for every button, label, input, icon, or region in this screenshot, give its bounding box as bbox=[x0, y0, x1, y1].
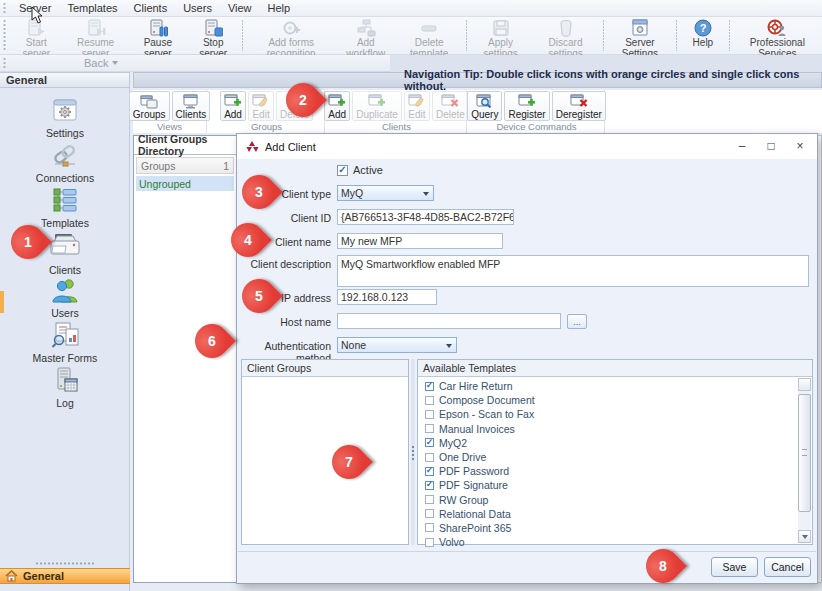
template-item[interactable]: RW Group bbox=[418, 493, 797, 507]
scroll-down-button[interactable] bbox=[798, 530, 811, 543]
sidebar-item-templates[interactable]: Templates bbox=[0, 186, 130, 229]
template-item[interactable]: Relational Data bbox=[418, 507, 797, 521]
template-item[interactable]: Epson - Scan to Fax bbox=[418, 407, 797, 421]
clients-duplicate-button[interactable]: Duplicate bbox=[352, 91, 402, 121]
views-clients-button[interactable]: Clients bbox=[172, 91, 211, 121]
minimize-button[interactable]: – bbox=[733, 137, 751, 155]
ribbon-group-clients: Add Duplicate Edit Delete Clients bbox=[327, 90, 467, 133]
help-button[interactable]: ? Help bbox=[680, 17, 726, 54]
pause-server-button[interactable]: Pause server bbox=[129, 17, 188, 54]
save-button[interactable]: Save bbox=[711, 557, 758, 577]
template-checkbox[interactable] bbox=[425, 438, 434, 447]
sidebar-item-users[interactable]: Users bbox=[0, 276, 130, 319]
client-type-select[interactable]: MyQ bbox=[337, 185, 434, 201]
sidebar-footer-general[interactable]: General bbox=[0, 568, 130, 584]
stop-server-button[interactable]: Stop server bbox=[187, 17, 239, 54]
professional-services-button[interactable]: Professional Services bbox=[733, 17, 822, 54]
client-groups-panel[interactable]: Client Groups bbox=[241, 359, 409, 545]
template-checkbox[interactable] bbox=[425, 509, 434, 518]
template-checkbox[interactable] bbox=[425, 523, 434, 532]
client-id-value: {AB766513-3F48-4D85-BAC2-B72F6F680053} bbox=[341, 211, 514, 223]
template-checkbox[interactable] bbox=[425, 495, 434, 504]
menu-help[interactable]: Help bbox=[261, 1, 298, 15]
template-label: Volvo bbox=[439, 536, 465, 548]
client-id-input[interactable]: {AB766513-3F48-4D85-BAC2-B72F6F680053} bbox=[337, 209, 514, 225]
toolbar-separator bbox=[676, 20, 677, 51]
groups-add-button[interactable]: Add bbox=[220, 91, 246, 121]
button-label: Clients bbox=[176, 110, 207, 120]
query-icon bbox=[476, 93, 494, 109]
scrollbar-thumb[interactable] bbox=[798, 394, 811, 512]
add-workflow-button[interactable]: Add workflow bbox=[336, 17, 395, 54]
panel-splitter[interactable] bbox=[411, 359, 415, 545]
ip-address-input[interactable]: 192.168.0.123 bbox=[337, 289, 437, 305]
sidebar-resize-grip[interactable] bbox=[35, 562, 95, 565]
resume-server-button[interactable]: Resume server bbox=[63, 17, 129, 54]
template-item[interactable]: MyQ2 bbox=[418, 436, 797, 450]
template-item[interactable]: SharePoint 365 bbox=[418, 521, 797, 535]
collapsed-panel-tab[interactable] bbox=[0, 291, 4, 313]
add-forms-recognition-button[interactable]: Add forms recognition bbox=[246, 17, 336, 54]
scroll-up-button[interactable] bbox=[798, 378, 811, 391]
active-checkbox[interactable] bbox=[337, 165, 348, 176]
groups-edit-button[interactable]: Edit bbox=[248, 91, 274, 121]
ribbon-group-device-commands: Query Register Deregister Device Command… bbox=[469, 90, 605, 133]
host-name-browse-button[interactable]: ... bbox=[567, 314, 587, 329]
host-name-input[interactable] bbox=[337, 313, 561, 329]
template-label: Car Hire Return bbox=[439, 380, 513, 392]
sidebar-item-log[interactable]: Log bbox=[0, 366, 130, 409]
template-item[interactable]: Volvo bbox=[418, 535, 797, 549]
close-button[interactable]: × bbox=[791, 137, 809, 155]
template-checkbox[interactable] bbox=[425, 410, 434, 419]
back-button[interactable]: Back bbox=[78, 56, 124, 70]
template-checkbox[interactable] bbox=[425, 467, 434, 476]
maximize-button[interactable]: □ bbox=[762, 137, 780, 155]
menu-view[interactable]: View bbox=[221, 1, 259, 15]
client-description-value: MyQ Smartworkflow enabled MFP bbox=[341, 258, 500, 270]
discard-settings-button[interactable]: Discard settings bbox=[531, 17, 600, 54]
cancel-button[interactable]: Cancel bbox=[764, 557, 811, 577]
menu-clients[interactable]: Clients bbox=[127, 1, 175, 15]
menu-users[interactable]: Users bbox=[176, 1, 219, 15]
clients-edit-button[interactable]: Edit bbox=[404, 91, 430, 121]
apply-settings-button[interactable]: Apply settings bbox=[470, 17, 531, 54]
template-item[interactable]: Car Hire Return bbox=[418, 379, 797, 393]
client-name-input[interactable]: My new MFP bbox=[337, 233, 503, 249]
register-button[interactable]: Register bbox=[504, 91, 549, 121]
save-icon bbox=[491, 19, 511, 37]
delete-template-button[interactable]: Delete template bbox=[395, 17, 463, 54]
client-description-textarea[interactable]: MyQ Smartworkflow enabled MFP bbox=[337, 255, 809, 287]
add-client-dialog: Add Client – □ × Active Client type MyQ … bbox=[236, 133, 818, 584]
query-button[interactable]: Query bbox=[467, 91, 502, 121]
template-checkbox[interactable] bbox=[425, 382, 434, 391]
template-checkbox[interactable] bbox=[425, 424, 434, 433]
toolbar-separator bbox=[729, 20, 730, 51]
views-groups-button[interactable]: Groups bbox=[129, 91, 170, 121]
button-label: Duplicate bbox=[356, 110, 398, 120]
dialog-titlebar[interactable]: Add Client – □ × bbox=[237, 134, 817, 159]
template-item[interactable]: Manual Invoices bbox=[418, 422, 797, 436]
sidebar-item-master-forms[interactable]: Master Forms bbox=[0, 321, 130, 364]
host-name-label: Host name bbox=[239, 316, 331, 328]
menu-templates[interactable]: Templates bbox=[60, 1, 124, 15]
template-item[interactable]: One Drive bbox=[418, 450, 797, 464]
button-label: Edit bbox=[408, 110, 425, 120]
authentication-method-select[interactable]: None bbox=[337, 337, 457, 353]
deregister-button[interactable]: Deregister bbox=[552, 91, 606, 121]
template-item[interactable]: Compose Document bbox=[418, 393, 797, 407]
templates-scrollbar[interactable] bbox=[798, 378, 811, 543]
professional-services-icon bbox=[766, 19, 788, 37]
template-checkbox[interactable] bbox=[425, 453, 434, 462]
template-item[interactable]: PDF Password bbox=[418, 464, 797, 478]
template-checkbox[interactable] bbox=[425, 396, 434, 405]
template-checkbox[interactable] bbox=[425, 538, 434, 547]
server-settings-button[interactable]: Server Settings bbox=[607, 17, 673, 54]
template-checkbox[interactable] bbox=[425, 481, 434, 490]
clients-add-button[interactable]: Add bbox=[324, 91, 350, 121]
group-row-ungrouped[interactable]: Ungrouped bbox=[136, 176, 234, 191]
groups-column-header[interactable]: Groups 1 bbox=[136, 157, 234, 174]
sidebar-item-settings[interactable]: Settings bbox=[0, 96, 130, 139]
template-item[interactable]: PDF Signature bbox=[418, 478, 797, 492]
sidebar-item-connections[interactable]: Connections bbox=[0, 141, 130, 184]
clients-delete-button[interactable]: Delete bbox=[432, 91, 469, 121]
